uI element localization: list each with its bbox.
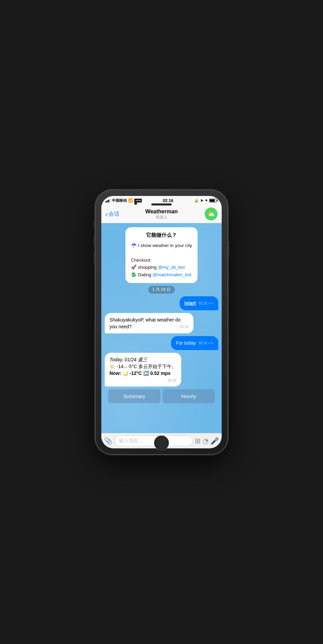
back-arrow-icon: ‹ (105, 211, 108, 217)
signal-bar-2 (107, 200, 108, 202)
bot-reply-1-time: 02:16 (180, 325, 188, 330)
volume-down-button[interactable] (94, 251, 95, 263)
attach-icon[interactable]: 📎 (104, 437, 113, 445)
wifi-icon: 📶 (128, 198, 133, 203)
power-button[interactable] (228, 241, 229, 258)
bot-reply-1-text: ShakuyakukyoP, what weather do you need? (109, 317, 181, 329)
phone-frame: 中国移动 📶 VPN 02:16 🔒 ➤ ✦ ‹ 会话 (95, 190, 228, 455)
bot-bubble-1: ShakuyakukyoP, what weather do you need?… (105, 313, 193, 334)
location-icon: ➤ (200, 198, 203, 203)
volume-up-button[interactable] (94, 234, 95, 246)
signal-bars (105, 199, 111, 202)
user-msg-start: /start 02:16 ✓✓ (105, 296, 218, 310)
bluetooth-icon: ✦ (205, 198, 208, 203)
signal-bar-1 (105, 201, 106, 202)
battery-fill (210, 199, 215, 202)
summary-button[interactable]: Summary (108, 389, 160, 403)
weather-date: Today, 01/24 週三 (109, 356, 176, 363)
welcome-bubble: 它能做什么？ ☂️ I show weather in your city Ch… (125, 227, 198, 283)
message-input-wrap[interactable]: 输入消息... (115, 435, 193, 446)
signal-bar-4 (109, 199, 111, 202)
weather-now: Now: 🌙 -12°C ⬅️ 0.52 mps (109, 370, 176, 377)
today-time: 02:16 ✓✓ (199, 341, 214, 346)
nav-bar: ‹ 会话 Weatherman 机器人 ⛅ (101, 205, 222, 223)
welcome-body: ☂️ I show weather in your city Checkout:… (131, 242, 192, 279)
checkmarks-1: ✓✓ (208, 301, 214, 305)
mic-icon[interactable]: 🎤 (210, 437, 219, 445)
bot-name: Weatherman (129, 209, 194, 215)
start-time: 02:16 ✓✓ (199, 301, 214, 306)
status-right: 🔒 ➤ ✦ (194, 198, 218, 203)
input-placeholder: 输入消息... (119, 438, 142, 443)
dating-line: 🐉 Dating @matchmaker_bot (131, 271, 192, 279)
today-bubble: For today 02:16 ✓✓ (171, 336, 218, 350)
battery-body (209, 199, 217, 202)
weather-range: 🌤️ -14...-5°C 多云开始于下午。 (109, 363, 176, 370)
hourly-button[interactable]: Hourly (163, 389, 215, 403)
start-text: /start (184, 300, 196, 306)
dating-link[interactable]: @matchmaker_bot (153, 272, 191, 277)
shopping-line: 🚀 shopping @my_ali_bot (131, 264, 192, 271)
user-msg-today: For today 02:16 ✓✓ (105, 336, 218, 350)
back-label: 会话 (108, 211, 119, 218)
back-button[interactable]: ‹ 会话 (105, 211, 129, 218)
start-bubble: /start 02:16 ✓✓ (180, 296, 218, 310)
checkout-label: Checkout: (131, 257, 192, 264)
phone-screen: 中国移动 📶 VPN 02:16 🔒 ➤ ✦ ‹ 会话 (101, 196, 222, 448)
weather-bubble: Today, 01/24 週三 🌤️ -14...-5°C 多云开始于下午。 N… (105, 353, 181, 386)
inline-keyboard: Summary Hourly (105, 389, 218, 404)
home-button[interactable] (154, 435, 169, 450)
shopping-link[interactable]: @my_ali_bot (158, 265, 185, 270)
welcome-title: 它能做什么？ (131, 232, 192, 238)
battery-tip (217, 200, 218, 201)
checkmarks-2: ✓✓ (208, 341, 214, 345)
sticker-icon[interactable]: ⊞ (195, 437, 201, 445)
carrier-name: 中国移动 (112, 198, 127, 203)
status-time: 02:16 (163, 198, 173, 203)
weather-time: 02:16 (168, 378, 176, 383)
today-text: For today (176, 340, 196, 346)
bot-avatar-icon: ⛅ (207, 210, 215, 218)
camera (134, 202, 137, 205)
nav-right: ⛅ (194, 208, 218, 220)
emoji-icon[interactable]: ◔ (203, 437, 208, 445)
signal-bar-3 (108, 200, 109, 202)
battery-icon (209, 199, 218, 202)
date-badge: 1 月 24 日 (148, 286, 175, 294)
bot-subtitle: 机器人 (129, 215, 194, 220)
chat-area[interactable]: 它能做什么？ ☂️ I show weather in your city Ch… (101, 223, 222, 433)
lock-icon: 🔒 (194, 198, 199, 203)
nav-center: Weatherman 机器人 (129, 209, 194, 220)
welcome-message: 它能做什么？ ☂️ I show weather in your city Ch… (105, 227, 218, 283)
weather-msg: Today, 01/24 週三 🌤️ -14...-5°C 多云开始于下午。 N… (105, 353, 218, 386)
bot-avatar[interactable]: ⛅ (205, 208, 218, 220)
welcome-line1: ☂️ I show weather in your city (131, 242, 192, 249)
input-icons: ⊞ ◔ 🎤 (195, 437, 219, 445)
speaker (151, 203, 172, 205)
bot-reply-1: ShakuyakukyoP, what weather do you need?… (105, 313, 218, 334)
mute-button[interactable] (94, 220, 95, 229)
